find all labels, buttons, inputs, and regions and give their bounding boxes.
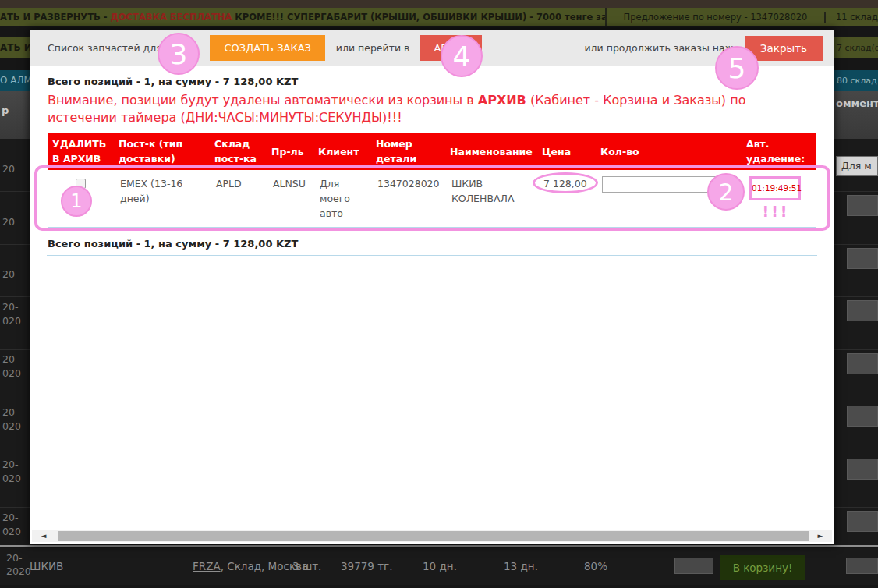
- offer-supplier: FRZA, Склад, Москва: [193, 560, 308, 572]
- banner2-warehouses-count: 7 склад(ов): [837, 43, 878, 53]
- cell-supplier: EMEX (13-16 дней): [114, 170, 210, 228]
- offer-date: 20-2020: [6, 551, 31, 578]
- offer-part-name: ШКИВ: [30, 560, 63, 572]
- col-brand: Пр-ль: [267, 133, 313, 170]
- row-date-fragment: 20-020: [2, 300, 21, 328]
- auto-delete-timer: 01:19:49:51: [749, 176, 801, 200]
- column-header-fragment-left: р: [2, 104, 9, 116]
- city-bar-warehouses-count: 80 склад: [837, 76, 877, 86]
- cart-modal: Список запчастей для заказа СОЗДАТЬ ЗАКА…: [30, 30, 834, 544]
- cell-name: ШКИВ КОЛЕНВАЛА: [445, 170, 537, 228]
- offer-qty: 3 шт.: [292, 560, 321, 572]
- promo-banner-text: АТЬ И РАЗВЕРНУТЬ - ДОСТАВКА БЕСПЛАТНА КР…: [0, 12, 605, 23]
- col-supplier-warehouse: Склад пост-ка: [210, 133, 267, 170]
- col-auto-delete: Авт. удаление:: [742, 133, 816, 170]
- scroll-right-icon[interactable]: ►: [809, 530, 832, 542]
- row-qty-input[interactable]: [847, 353, 878, 374]
- banner-text-part: АТЬ И РАЗВЕРНУТЬ -: [0, 12, 111, 23]
- col-supplier: Пост-к (тип доставки): [114, 133, 210, 170]
- row-divider: [0, 545, 878, 547]
- row-date-fragment: 20-020: [2, 352, 21, 381]
- offer-price: 39779 тг.: [341, 560, 393, 572]
- banner-text-part: КРОМЕ!!! СУПЕРГАБАРИТ (КРЫШИ, ОБШИВКИ КР…: [232, 12, 536, 23]
- col-client: Клиент: [313, 133, 371, 170]
- offer-extra-input[interactable]: [846, 558, 878, 574]
- annotation-step-4: 4: [441, 35, 483, 77]
- comment-input[interactable]: Для м: [836, 156, 878, 176]
- column-header-fragment-comment: оммент: [836, 97, 878, 109]
- timer-exclamation: !!!: [748, 204, 804, 219]
- warning-archive-bold: АРХИВ: [478, 93, 526, 108]
- or-continue-label: или продолжить заказы наж: [585, 42, 734, 54]
- annotation-step-3: 3: [158, 33, 200, 75]
- col-qty: Кол-во: [596, 133, 742, 170]
- or-go-to-label: или перейти в: [336, 42, 410, 54]
- offer-by-number-label: Предложение по номеру - 1347028020: [605, 8, 824, 26]
- cart-row: EMEX (13-16 дней) APLD ALNSU Для моего а…: [48, 170, 816, 228]
- annotation-step-1: 1: [61, 186, 92, 217]
- col-part-number: Номер детали: [371, 133, 445, 170]
- row-qty-input[interactable]: [847, 511, 878, 532]
- warehouses-count: 11 склад(ов: [824, 12, 878, 23]
- cart-modal-header: Список запчастей для заказа СОЗДАТЬ ЗАКА…: [30, 30, 834, 66]
- cell-client: Для моего авто: [313, 170, 371, 228]
- cart-modal-content: Всего позиций - 1, на сумму - 7 128,00 K…: [30, 66, 834, 256]
- cart-table: УДАЛИТЬ В АРХИВ Пост-к (тип доставки) Ск…: [48, 133, 816, 228]
- annotation-step-2: 2: [707, 173, 745, 211]
- cell-supplier-warehouse: APLD: [210, 170, 267, 228]
- cart-summary-bottom: Всего позиций - 1, на сумму - 7 128,00 K…: [48, 238, 816, 250]
- row-date-fragment: 20-020: [2, 458, 21, 486]
- banner-free-shipping: ДОСТАВКА БЕСПЛАТНА: [111, 12, 232, 23]
- row-qty-input[interactable]: [847, 459, 878, 480]
- background-offer-row: 20-2020 ШКИВ FRZA, Склад, Москва 3 шт. 3…: [0, 548, 878, 585]
- divider: [47, 255, 817, 256]
- cell-auto-delete: 01:19:49:51 !!!: [742, 170, 816, 228]
- offer-qty-input[interactable]: [674, 558, 713, 574]
- offer-days-min: 10 дн.: [423, 560, 457, 572]
- cart-warning: Внимание, позиции будут удалены автомати…: [48, 92, 816, 126]
- add-to-cart-button[interactable]: В корзину!: [720, 555, 805, 580]
- cell-part-number: 1347028020: [371, 170, 445, 228]
- row-date-fragment: 20: [2, 162, 15, 176]
- supplier-link[interactable]: FRZA: [193, 560, 221, 572]
- row-date-fragment: 20: [2, 215, 15, 229]
- annotation-step-5: 5: [715, 46, 759, 90]
- cart-table-header-row: УДАЛИТЬ В АРХИВ Пост-к (тип доставки) Ск…: [48, 133, 816, 170]
- row-qty-input[interactable]: [847, 406, 878, 427]
- banner-price-per-kg: 7000 тенге за кг.: [536, 12, 605, 23]
- top-strip: [0, 0, 878, 8]
- offer-days-max: 13 дн.: [504, 560, 538, 572]
- col-price: Цена: [537, 133, 596, 170]
- cell-brand: ALNSU: [267, 170, 313, 228]
- offer-probability: 80%: [584, 560, 607, 572]
- cell-price: 7 128,00: [537, 170, 596, 228]
- col-name: Наименование: [445, 133, 537, 170]
- row-date-fragment: 20: [2, 267, 15, 282]
- horizontal-scrollbar[interactable]: ◄ ►: [32, 530, 832, 542]
- row-qty-input[interactable]: [847, 195, 878, 216]
- col-delete-to-archive: УДАЛИТЬ В АРХИВ: [48, 133, 114, 170]
- scrollbar-thumb[interactable]: [58, 531, 809, 541]
- row-date-fragment: 20-020: [2, 406, 21, 434]
- row-qty-input[interactable]: [847, 300, 878, 321]
- create-order-button[interactable]: СОЗДАТЬ ЗАКАЗ: [210, 35, 324, 61]
- row-date-fragment: 20-020: [2, 511, 21, 539]
- row-qty-input[interactable]: [847, 248, 878, 269]
- screen: АТЬ И РАЗВЕРНУТЬ - ДОСТАВКА БЕСПЛАТНА КР…: [0, 0, 878, 588]
- promo-banner-row1: АТЬ И РАЗВЕРНУТЬ - ДОСТАВКА БЕСПЛАТНА КР…: [0, 8, 878, 26]
- cart-summary-top: Всего позиций - 1, на сумму - 7 128,00 K…: [48, 76, 816, 87]
- scroll-left-icon[interactable]: ◄: [32, 530, 55, 542]
- close-button[interactable]: Закрыть: [745, 36, 823, 61]
